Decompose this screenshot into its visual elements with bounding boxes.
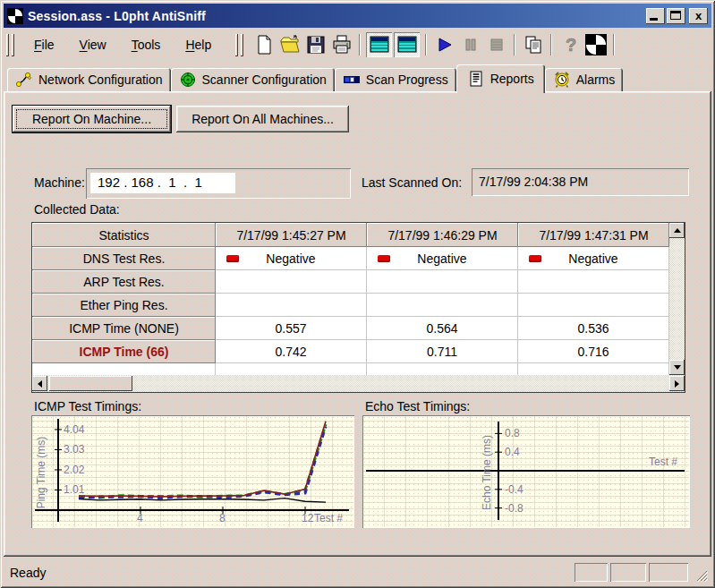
echo-chart-title: Echo Test Timings: <box>365 399 470 413</box>
minimize-icon <box>650 18 658 21</box>
table-cell[interactable]: 0.711 <box>367 340 518 363</box>
print-button[interactable] <box>328 32 354 57</box>
table-cell[interactable]: 0.716 <box>518 340 669 363</box>
tab-alarms[interactable]: Alarms <box>545 68 624 91</box>
tab-reports[interactable]: Reports <box>456 64 545 93</box>
machine-ip-group: 192 . 168 . 1 . 1 <box>86 168 351 199</box>
resize-grip[interactable] <box>694 568 708 582</box>
table-cell[interactable]: 0.742 <box>216 340 367 363</box>
row-label[interactable]: ICMP Time (66) <box>32 340 216 363</box>
table-cell[interactable] <box>216 270 367 294</box>
row-label[interactable]: ARP Test Res. <box>32 270 216 294</box>
machine-view-right-button[interactable] <box>394 32 420 57</box>
table-cell[interactable] <box>216 294 367 317</box>
toolbar-separator <box>425 34 427 55</box>
report-on-all-machines-button[interactable]: Report On All Machines... <box>176 106 349 132</box>
down-arrow-icon <box>674 365 681 373</box>
focus-rect <box>16 109 167 129</box>
svg-text:1.01: 1.01 <box>64 483 85 496</box>
tab-scan-progress[interactable]: Scan Progress <box>335 68 456 91</box>
minimize-button[interactable] <box>646 8 665 24</box>
open-file-button[interactable] <box>277 32 302 57</box>
table-cell[interactable] <box>518 294 669 317</box>
menu-bar: File View Tools Help <box>21 35 224 55</box>
tab-scanner-configuration[interactable]: Scanner Configuration <box>171 68 335 91</box>
last-scanned-value: 7/17/99 2:04:38 PM <box>472 168 689 196</box>
table-row: ICMP Time (66) 0.742 0.711 0.716 <box>32 340 669 363</box>
copy-report-button[interactable] <box>520 32 546 57</box>
band-gripper[interactable] <box>241 34 243 56</box>
svg-text:8: 8 <box>219 512 226 524</box>
band-gripper[interactable] <box>235 34 238 56</box>
machine-ip-input[interactable]: 192 . 168 . 1 . 1 <box>90 173 235 193</box>
svg-text:-0.4: -0.4 <box>505 483 523 496</box>
tab-label: Reports <box>490 72 534 86</box>
maximize-button[interactable] <box>667 8 685 24</box>
svg-text:2.02: 2.02 <box>64 464 85 476</box>
column-header[interactable]: 7/17/99 1:46:29 PM <box>367 223 518 247</box>
band-gripper[interactable] <box>6 34 9 56</box>
column-header[interactable]: 7/17/99 1:45:27 PM <box>216 223 367 247</box>
table-cell[interactable] <box>518 270 669 294</box>
menu-help[interactable]: Help <box>173 35 224 55</box>
svg-text:?: ? <box>566 35 576 55</box>
band-gripper[interactable] <box>12 34 14 56</box>
scrollbar-thumb[interactable] <box>49 376 132 391</box>
table-header-row: Statistics 7/17/99 1:45:27 PM 7/17/99 1:… <box>32 223 669 247</box>
help-button[interactable]: ? <box>557 32 583 57</box>
scroll-left-button[interactable] <box>32 376 47 391</box>
table-cell[interactable]: Negative <box>518 247 669 270</box>
l0pht-logo-button[interactable] <box>583 32 609 57</box>
vertical-scrollbar[interactable] <box>669 223 685 375</box>
table-cell[interactable]: 0.536 <box>518 317 669 340</box>
tab-network-configuration[interactable]: Network Configuration <box>7 68 171 91</box>
alarm-icon <box>553 72 571 88</box>
title-bar[interactable]: Session.ass - L0pht AntiSniff x <box>4 4 711 28</box>
svg-text:Test #: Test # <box>314 512 343 524</box>
icmp-chart-title: ICMP Test Timings: <box>34 399 141 413</box>
table-cell[interactable]: 0.564 <box>367 317 518 340</box>
reports-panel: Report On Machine... Report On All Machi… <box>4 91 711 557</box>
new-file-button[interactable] <box>251 32 277 57</box>
open-folder-icon <box>279 34 301 55</box>
svg-text:12: 12 <box>302 512 314 524</box>
menu-view[interactable]: View <box>67 35 119 55</box>
menu-file[interactable]: File <box>21 35 67 55</box>
row-label[interactable]: Ether Ping Res. <box>32 294 216 317</box>
status-bar: Ready <box>4 560 711 584</box>
scroll-right-button[interactable] <box>669 376 685 391</box>
column-header[interactable]: 7/17/99 1:47:31 PM <box>518 223 669 247</box>
machine-view-left-button[interactable] <box>366 32 392 57</box>
table-cell[interactable] <box>367 270 518 294</box>
play-icon <box>434 34 455 55</box>
row-label[interactable]: DNS Test Res. <box>32 247 216 270</box>
table-cell[interactable] <box>367 294 518 317</box>
pause-icon <box>460 34 481 55</box>
close-button[interactable]: x <box>689 8 708 24</box>
negative-flag-icon <box>378 255 390 262</box>
tab-label: Alarms <box>576 72 616 87</box>
table-cell[interactable]: Negative <box>216 247 367 270</box>
table-cell[interactable]: Negative <box>367 247 518 270</box>
row-label[interactable]: ICMP Time (NONE) <box>32 317 216 340</box>
table-cell[interactable]: 0.557 <box>216 317 367 340</box>
table-row: Ether Ping Res. <box>32 294 669 317</box>
start-scan-button[interactable] <box>431 32 457 57</box>
pause-scan-button[interactable] <box>457 32 483 57</box>
save-file-button[interactable] <box>302 32 328 57</box>
report-on-machine-button[interactable]: Report On Machine... <box>13 106 171 132</box>
menu-tools[interactable]: Tools <box>119 35 174 55</box>
scroll-up-button[interactable] <box>669 223 685 238</box>
horizontal-scrollbar[interactable] <box>32 375 685 392</box>
save-icon <box>305 34 327 55</box>
tab-label: Scan Progress <box>366 72 448 87</box>
svg-text:0.4: 0.4 <box>505 446 520 458</box>
stop-scan-button[interactable] <box>483 32 509 57</box>
scroll-down-button[interactable] <box>669 360 685 375</box>
toolbar-separator <box>613 34 615 55</box>
machine-grid-icon <box>396 34 418 55</box>
echo-chart-svg: 0.80.4-0.4-0.8Test #Echo Time (ms) <box>364 417 688 524</box>
column-header[interactable]: Statistics <box>32 223 216 247</box>
app-window: Session.ass - L0pht AntiSniff x File Vie… <box>0 0 715 588</box>
table-filler-row <box>32 363 669 375</box>
